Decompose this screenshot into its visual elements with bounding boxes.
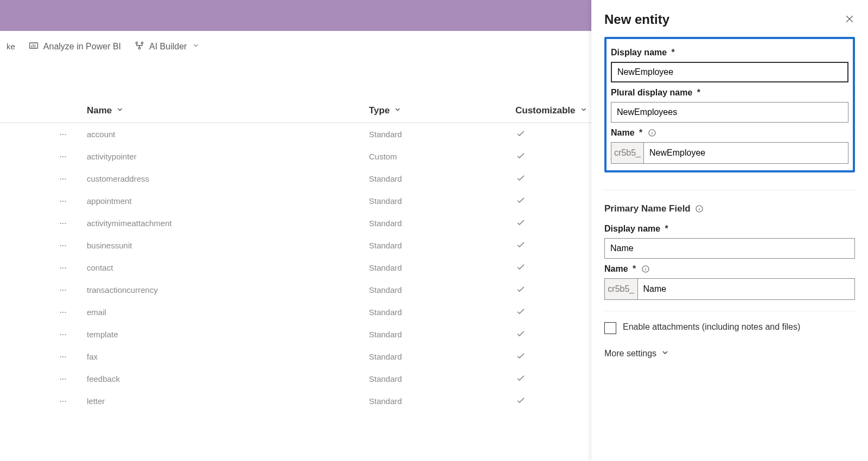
col-customizable-label: Customizable [515,105,576,116]
row-name: activitymimeattachment [87,219,369,228]
display-name-input[interactable] [611,62,848,82]
row-customizable [515,217,597,229]
primary-name-section-title: Primary Name Field [604,203,855,214]
primary-display-name-label: Display name * [604,224,855,234]
divider [604,311,855,311]
col-name-label: Name [87,105,112,116]
chart-bar-icon [28,40,39,53]
row-more-button[interactable]: ··· [0,197,87,205]
check-icon [515,198,526,207]
row-name: activitypointer [87,152,369,161]
row-customizable [515,239,597,252]
primary-name-label: Name * [604,264,855,274]
divider [604,190,855,190]
row-name: email [87,308,369,317]
primary-name-prefix: cr5b5_ [604,278,637,300]
row-customizable [515,373,597,385]
row-name: appointment [87,196,369,206]
panel-title: New entity [604,12,669,27]
chevron-down-icon [116,105,124,116]
primary-display-name-input[interactable] [604,238,855,259]
info-icon[interactable] [648,129,656,137]
row-customizable [515,261,597,274]
col-type[interactable]: Type [369,105,515,116]
check-icon [515,376,526,385]
name-label: Name * [611,128,848,138]
info-icon[interactable] [641,265,650,273]
check-icon [515,287,526,296]
row-type: Standard [369,330,515,339]
check-icon [515,309,526,318]
row-name: template [87,330,369,339]
close-button[interactable] [844,14,855,26]
row-customizable [515,128,597,140]
row-customizable [515,150,597,163]
chevron-down-icon [394,105,401,116]
row-more-button[interactable]: ··· [0,309,87,316]
row-name: contact [87,263,369,272]
more-settings-toggle[interactable]: More settings [604,348,855,359]
primary-name-input[interactable] [637,278,855,300]
info-icon[interactable] [695,204,704,213]
row-more-button[interactable]: ··· [0,286,87,294]
check-icon [515,242,526,252]
row-more-button[interactable]: ··· [0,153,87,161]
row-name: feedback [87,374,369,383]
row-type: Standard [369,396,515,406]
row-type: Standard [369,174,515,183]
more-settings-label: More settings [604,349,656,358]
plural-display-name-label: Plural display name * [611,88,848,98]
row-type: Standard [369,374,515,383]
row-type: Standard [369,130,515,139]
row-customizable [515,284,597,296]
svg-point-2 [141,42,143,43]
row-name: transactioncurrency [87,285,369,294]
col-name[interactable]: Name [87,105,369,116]
check-icon [515,354,526,363]
plural-display-name-input[interactable] [611,102,848,123]
row-more-button[interactable]: ··· [0,220,87,227]
row-more-button[interactable]: ··· [0,331,87,338]
check-icon [515,220,526,229]
row-customizable [515,306,597,318]
col-type-label: Type [369,105,390,116]
row-type: Standard [369,219,515,228]
analyze-powerbi-button[interactable]: Analyze in Power BI [28,40,121,53]
svg-point-3 [138,47,140,49]
row-more-button[interactable]: ··· [0,131,87,138]
check-icon [515,176,526,185]
col-customizable[interactable]: Customizable [515,105,597,116]
row-more-button[interactable]: ··· [0,353,87,361]
row-type: Standard [369,352,515,361]
ai-builder-button[interactable]: AI Builder [134,40,200,53]
entity-name-highlight: Display name * Plural display name * Nam… [604,37,855,172]
check-icon [515,331,526,341]
row-name: account [87,130,369,139]
row-more-button[interactable]: ··· [0,375,87,383]
chevron-down-icon [580,105,588,116]
chevron-down-icon [661,348,669,359]
display-name-label: Display name * [611,48,848,57]
row-customizable [515,195,597,207]
row-more-button[interactable]: ··· [0,264,87,272]
partial-command: ke [7,42,15,51]
name-prefix: cr5b5_ [611,142,643,164]
svg-rect-0 [29,43,37,48]
row-more-button[interactable]: ··· [0,242,87,249]
chevron-down-icon [192,42,200,52]
new-entity-panel: New entity Display name * Plural display… [591,0,868,412]
name-input[interactable] [643,142,848,164]
row-more-button[interactable]: ··· [0,175,87,183]
enable-attachments-checkbox[interactable] [604,322,616,334]
row-name: businessunit [87,241,369,250]
row-more-button[interactable]: ··· [0,398,87,405]
row-type: Standard [369,263,515,272]
row-type: Standard [369,308,515,317]
row-type: Custom [369,152,515,161]
row-type: Standard [369,196,515,206]
enable-attachments-label: Enable attachments (including notes and … [623,321,800,333]
row-name: customeraddress [87,174,369,183]
close-icon [844,17,855,26]
row-customizable [515,172,597,185]
row-type: Standard [369,285,515,294]
